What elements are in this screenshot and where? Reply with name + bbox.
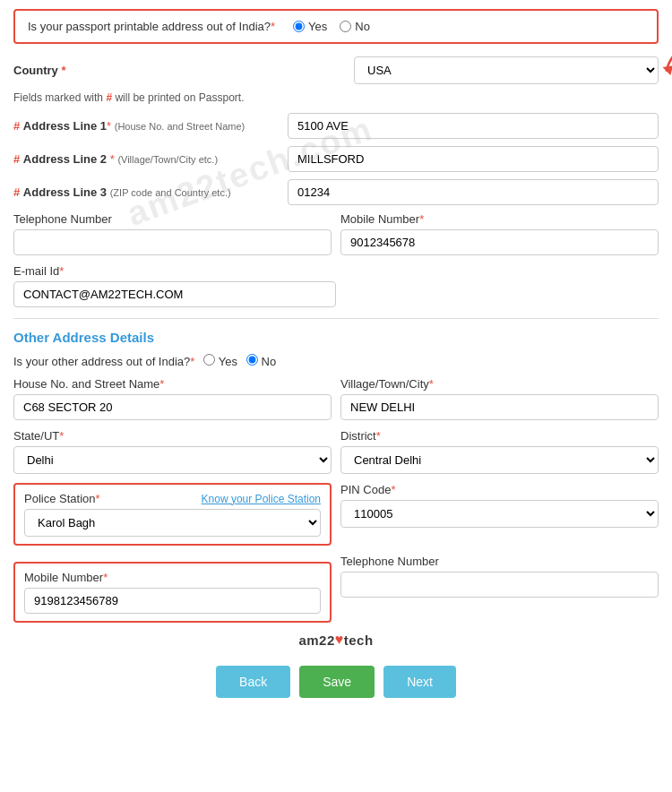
- brand-am: am22: [298, 633, 334, 648]
- address-line1-input[interactable]: [288, 113, 659, 139]
- back-button[interactable]: Back: [216, 666, 290, 698]
- other-mobile-col: Mobile Number*: [13, 555, 332, 623]
- passport-yes-radio[interactable]: [293, 21, 305, 32]
- passport-no-text: No: [355, 20, 370, 33]
- house-input[interactable]: [13, 394, 332, 420]
- save-button[interactable]: Save: [299, 666, 375, 698]
- passport-yes-text: Yes: [308, 20, 327, 33]
- other-address-title: Other Address Details: [13, 330, 659, 345]
- mobile-label-text: Mobile Number: [340, 212, 419, 226]
- police-station-box: Police Station* Know your Police Station…: [13, 483, 332, 546]
- brand-bottom: am22 ♥ tech: [13, 632, 659, 648]
- address-line3-label: # Address Line 3 (ZIP code and Country e…: [13, 185, 282, 199]
- email-label-text: E-mail Id: [13, 264, 59, 278]
- mobile-col: Mobile Number*: [340, 212, 659, 255]
- address-line2-label: # Address Line 2 * (Village/Town/City et…: [13, 152, 282, 166]
- passport-question-box: Is your passport printable address out o…: [13, 9, 659, 44]
- brand-heart: ♥: [335, 632, 344, 648]
- telephone-label: Telephone Number: [13, 212, 332, 226]
- know-police-link[interactable]: Know your Police Station: [202, 493, 321, 505]
- telephone-label-text: Telephone Number: [13, 212, 112, 226]
- village-input[interactable]: [340, 394, 659, 420]
- police-header: Police Station* Know your Police Station: [24, 492, 321, 505]
- state-col: State/UT* Delhi Maharashtra Karnataka Ta…: [13, 429, 332, 474]
- police-col: Police Station* Know your Police Station…: [13, 483, 332, 546]
- other-tel-label-text: Telephone Number: [340, 555, 439, 568]
- pin-col: PIN Code* 110005 110001 110002 110003: [340, 483, 659, 528]
- section-divider: [13, 318, 659, 319]
- other-tel-label: Telephone Number: [340, 555, 659, 568]
- address-line1-label: # Address Line 1* (House No. and Street …: [13, 119, 282, 133]
- other-address-q-text: Is your other address out of India?: [13, 355, 190, 368]
- pin-code-select[interactable]: 110005 110001 110002 110003: [340, 500, 659, 528]
- village-col: Village/Town/City*: [340, 377, 659, 420]
- country-row: Country * USA India UK Canada Australia: [13, 56, 659, 84]
- telephone-input[interactable]: [13, 229, 332, 255]
- address-line2-input[interactable]: [288, 146, 659, 172]
- mobile-input[interactable]: [340, 229, 659, 255]
- brand-tech: tech: [344, 633, 374, 648]
- red-arrow-indicator: [659, 30, 672, 83]
- country-select[interactable]: USA India UK Canada Australia: [354, 56, 659, 84]
- other-address-question-row: Is your other address out of India?* Yes…: [13, 354, 659, 368]
- email-input[interactable]: [13, 281, 336, 307]
- other-mobile-input[interactable]: [24, 588, 321, 614]
- address-line2-row: # Address Line 2 * (Village/Town/City et…: [13, 146, 659, 172]
- passport-no-radio[interactable]: [340, 21, 351, 32]
- address-line1-row: # Address Line 1* (House No. and Street …: [13, 113, 659, 139]
- other-no-radio[interactable]: [246, 354, 258, 366]
- police-label: Police Station*: [24, 492, 100, 505]
- other-mobile-label: Mobile Number*: [24, 571, 321, 584]
- telephone-col: Telephone Number: [13, 212, 332, 255]
- other-address-question-label: Is your other address out of India?*: [13, 355, 194, 368]
- house-col: House No. and Street Name*: [13, 377, 332, 420]
- state-district-row: State/UT* Delhi Maharashtra Karnataka Ta…: [13, 429, 659, 474]
- other-no-label[interactable]: No: [246, 354, 276, 368]
- mobile-label: Mobile Number*: [340, 212, 659, 226]
- passport-yes-label[interactable]: Yes: [293, 20, 327, 33]
- police-label-text: Police Station: [24, 492, 96, 505]
- house-label-text: House No. and Street Name: [13, 377, 159, 391]
- other-yes-text: Yes: [219, 355, 237, 368]
- svg-marker-0: [662, 65, 672, 75]
- state-select[interactable]: Delhi Maharashtra Karnataka Tamil Nadu U…: [13, 446, 332, 474]
- state-label: State/UT*: [13, 429, 332, 443]
- other-mobile-box: Mobile Number*: [13, 562, 332, 623]
- fields-note: Fields marked with # will be printed on …: [13, 91, 659, 104]
- country-label: Country *: [13, 64, 66, 77]
- district-select[interactable]: Central Delhi North Delhi South Delhi Ea…: [340, 446, 659, 474]
- passport-question-label: Is your passport printable address out o…: [28, 20, 275, 33]
- pin-label-text: PIN Code: [340, 483, 391, 496]
- email-label: E-mail Id*: [13, 264, 659, 278]
- house-village-row: House No. and Street Name* Village/Town/…: [13, 377, 659, 420]
- other-yes-radio[interactable]: [203, 354, 215, 366]
- other-yes-label[interactable]: Yes: [203, 354, 237, 368]
- district-label-text: District: [340, 429, 376, 443]
- other-no-text: No: [262, 355, 277, 368]
- village-label-text: Village/Town/City: [340, 377, 429, 391]
- district-col: District* Central Delhi North Delhi Sout…: [340, 429, 659, 474]
- other-tel-col: Telephone Number: [340, 555, 659, 598]
- other-mobile-tel-row: Mobile Number* Telephone Number: [13, 555, 659, 623]
- passport-no-label[interactable]: No: [340, 20, 370, 33]
- other-tel-input[interactable]: [340, 572, 659, 598]
- address-line3-row: # Address Line 3 (ZIP code and Country e…: [13, 179, 659, 205]
- next-button[interactable]: Next: [383, 666, 456, 698]
- police-station-select[interactable]: Karol Bagh Paharganj Connaught Place Sad…: [24, 509, 321, 537]
- address-line3-input[interactable]: [288, 179, 659, 205]
- police-pin-row: Police Station* Know your Police Station…: [13, 483, 659, 546]
- country-label-text: Country: [13, 64, 58, 77]
- house-label: House No. and Street Name*: [13, 377, 332, 391]
- email-row: E-mail Id*: [13, 264, 659, 307]
- pin-label: PIN Code*: [340, 483, 659, 496]
- state-label-text: State/UT: [13, 429, 59, 443]
- telephone-mobile-row: Telephone Number Mobile Number*: [13, 212, 659, 255]
- passport-question-text: Is your passport printable address out o…: [28, 20, 271, 33]
- village-label: Village/Town/City*: [340, 377, 659, 391]
- bottom-buttons: Back Save Next: [13, 666, 659, 698]
- district-label: District*: [340, 429, 659, 443]
- other-mobile-label-text: Mobile Number: [24, 571, 103, 584]
- passport-radio-group: Yes No: [293, 20, 370, 33]
